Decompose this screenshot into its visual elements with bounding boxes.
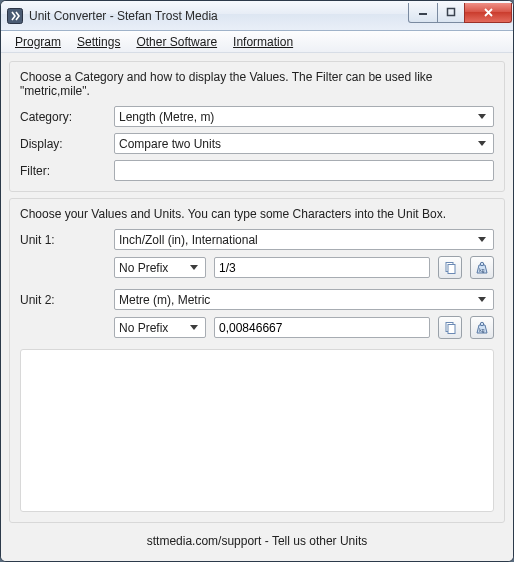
menu-settings[interactable]: Settings [69,33,128,51]
svg-text:kg: kg [479,267,485,273]
filter-input[interactable] [114,160,494,181]
unit1-copy-button[interactable] [438,256,462,279]
category-value: Length (Metre, m) [119,110,475,124]
copy-icon [443,321,457,335]
weight-icon: kg [474,261,490,275]
unit1-value-input[interactable] [214,257,430,278]
unit1-unit-value: Inch/Zoll (in), International [119,233,475,247]
client-area: Choose a Category and how to display the… [1,53,513,561]
unit2-unit-value: Metre (m), Metric [119,293,475,307]
unit2-unit-select[interactable]: Metre (m), Metric [114,289,494,310]
unit2-value-input[interactable] [214,317,430,338]
unit1-block: Unit 1: Inch/Zoll (in), International No… [20,229,494,279]
app-icon [7,8,23,24]
footer: sttmedia.com/support - Tell us other Uni… [9,529,505,553]
unit1-prefix-select[interactable]: No Prefix [114,257,206,278]
values-hint: Choose your Values and Units. You can ty… [20,207,494,221]
weight-icon: kg [474,321,490,335]
display-value: Compare two Units [119,137,475,151]
unit2-label: Unit 2: [20,293,106,307]
app-window: Unit Converter - Stefan Trost Media Prog… [0,0,514,562]
unit1-label: Unit 1: [20,233,106,247]
minimize-button[interactable] [408,3,438,23]
unit1-kg-button[interactable]: kg [470,256,494,279]
window-title: Unit Converter - Stefan Trost Media [29,9,409,23]
svg-point-5 [480,262,483,265]
maximize-button[interactable] [437,3,465,23]
unit2-block: Unit 2: Metre (m), Metric No Prefix [20,289,494,339]
unit1-unit-select[interactable]: Inch/Zoll (in), International [114,229,494,250]
menu-program[interactable]: Program [7,33,69,51]
menu-information[interactable]: Information [225,33,301,51]
category-select[interactable]: Length (Metre, m) [114,106,494,127]
unit2-copy-button[interactable] [438,316,462,339]
chevron-down-icon [475,297,489,303]
unit2-prefix-value: No Prefix [119,321,187,335]
unit2-prefix-select[interactable]: No Prefix [114,317,206,338]
category-group: Choose a Category and how to display the… [9,61,505,192]
unit2-value-field[interactable] [219,318,425,337]
chevron-down-icon [187,265,201,271]
display-label: Display: [20,137,106,151]
menubar: Program Settings Other Software Informat… [1,31,513,53]
category-hint: Choose a Category and how to display the… [20,70,494,98]
footer-link[interactable]: sttmedia.com/support - Tell us other Uni… [147,534,368,548]
window-controls [409,3,512,23]
svg-point-9 [480,322,483,325]
unit2-kg-button[interactable]: kg [470,316,494,339]
chevron-down-icon [475,237,489,243]
values-group: Choose your Values and Units. You can ty… [9,198,505,523]
svg-rect-2 [448,9,455,16]
filter-field[interactable] [119,161,489,180]
unit1-value-field[interactable] [219,258,425,277]
results-area [20,349,494,512]
svg-rect-1 [419,13,427,15]
category-label: Category: [20,110,106,124]
svg-rect-4 [448,264,455,273]
svg-text:kg: kg [479,327,485,333]
svg-rect-8 [448,324,455,333]
menu-other-software[interactable]: Other Software [128,33,225,51]
chevron-down-icon [187,325,201,331]
chevron-down-icon [475,114,489,120]
close-button[interactable] [464,3,512,23]
display-select[interactable]: Compare two Units [114,133,494,154]
filter-label: Filter: [20,164,106,178]
titlebar: Unit Converter - Stefan Trost Media [1,1,513,31]
copy-icon [443,261,457,275]
unit1-prefix-value: No Prefix [119,261,187,275]
chevron-down-icon [475,141,489,147]
